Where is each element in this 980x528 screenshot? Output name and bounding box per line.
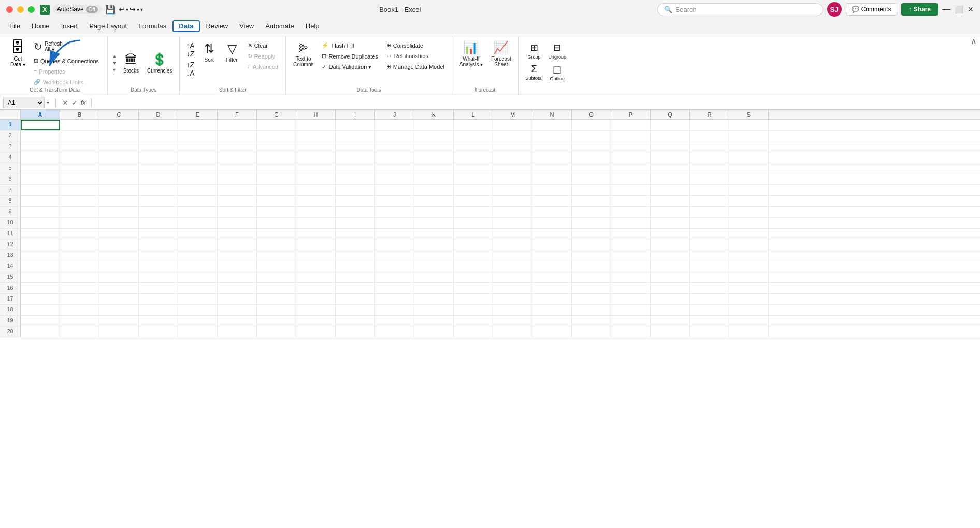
col-header-J[interactable]: J [375,110,414,119]
minimize-button[interactable] [17,6,24,13]
col-header-C[interactable]: C [99,110,139,119]
flash-fill-button[interactable]: ⚡ Flash Fill [319,40,381,50]
menu-insert[interactable]: Insert [56,20,83,32]
col-header-P[interactable]: P [611,110,651,119]
autosave-toggle-off[interactable]: Off [86,6,98,13]
menu-formulas[interactable]: Formulas [133,20,171,32]
menu-automate[interactable]: Automate [260,20,299,32]
save-button[interactable]: 💾 [105,5,116,15]
window-minimize-btn[interactable]: — [942,5,950,14]
text-to-columns-button[interactable]: ⫸ Text toColumns [290,38,316,69]
forecast-sheet-button[interactable]: 📈 ForecastSheet [488,38,514,69]
redo-button[interactable]: ↪ [129,5,136,13]
redo-dropdown[interactable]: ▾ [137,7,139,12]
remove-duplicates-button[interactable]: ⊟ Remove Duplicates [319,51,381,61]
cell-O1[interactable] [572,120,611,130]
reapply-button[interactable]: ↻ Reapply [244,51,281,61]
menu-help[interactable]: Help [300,20,325,32]
queries-connections-button[interactable]: ⊞ Queries & Connections [31,56,102,66]
menu-view[interactable]: View [234,20,259,32]
col-header-R[interactable]: R [690,110,729,119]
cell-D1[interactable] [139,120,178,130]
get-data-button[interactable]: 🗄 GetData ▾ [7,38,28,69]
share-button[interactable]: ↑ Share [901,3,938,16]
data-types-scroll-up[interactable]: ▲ [112,53,117,59]
menu-file[interactable]: File [4,20,25,32]
filter-button[interactable]: ▽ Filter [222,38,242,65]
cell-G1[interactable] [257,120,296,130]
relationships-button[interactable]: ↔ Relationships [383,51,448,61]
comments-button[interactable]: 💬 Comments [846,3,897,16]
consolidate-button[interactable]: ⊕ Consolidate [383,40,448,50]
col-header-H[interactable]: H [296,110,336,119]
col-header-I[interactable]: I [336,110,375,119]
stocks-button[interactable]: 🏛 Stocks [120,50,142,76]
sort-az-button[interactable]: ↑A↓Z [184,40,196,59]
autosave-toggle[interactable]: AutoSave Off [53,5,102,14]
formula-input[interactable] [97,98,977,107]
cell-R1[interactable] [690,120,729,130]
maximize-button[interactable] [28,6,35,13]
col-header-M[interactable]: M [493,110,532,119]
cell-C1[interactable] [99,120,139,130]
col-header-S[interactable]: S [729,110,769,119]
undo-dropdown[interactable]: ▾ [126,7,128,12]
properties-button[interactable]: ≡ Properties [31,67,102,76]
confirm-formula-icon[interactable]: ✓ [71,98,78,107]
undo-button[interactable]: ↩ [119,5,125,13]
group-button[interactable]: ⊞ Group [523,40,545,61]
col-header-B[interactable]: B [60,110,99,119]
cell-N1[interactable] [532,120,572,130]
window-restore-btn[interactable]: ⬜ [955,5,963,13]
menu-page-layout[interactable]: Page Layout [84,20,132,32]
cell-name-box[interactable]: A1 [3,97,45,108]
subtotal-button[interactable]: Σ Subtotal [523,62,545,83]
ungroup-button[interactable]: ⊟ Ungroup [546,40,568,61]
cell-K1[interactable] [414,120,454,130]
cell-P1[interactable] [611,120,651,130]
col-header-G[interactable]: G [257,110,296,119]
refresh-all-button[interactable]: ↻ Refresh All ▾ [31,38,102,55]
cell-F1[interactable] [218,120,257,130]
search-box[interactable]: 🔍 Search [657,3,823,16]
close-button[interactable] [6,6,13,13]
sort-za-button[interactable]: ↑Z↓A [184,60,196,78]
what-if-analysis-button[interactable]: 📊 What-IfAnalysis ▾ [456,38,486,69]
workbook-links-button[interactable]: 🔗 Workbook Links [31,77,102,87]
col-header-K[interactable]: K [414,110,454,119]
advanced-button[interactable]: ≡ Advanced [244,62,281,72]
cell-E1[interactable] [178,120,218,130]
cell-A2[interactable] [21,131,60,141]
menu-review[interactable]: Review [201,20,234,32]
data-validation-button[interactable]: ✓ Data Validation ▾ [319,62,381,72]
col-header-N[interactable]: N [532,110,572,119]
outline-button[interactable]: ◫ Outline [546,62,568,83]
menu-home[interactable]: Home [26,20,55,32]
cell-L1[interactable] [454,120,493,130]
data-types-scroll-down[interactable]: ▼ [112,60,117,66]
col-header-A[interactable]: A [21,110,60,119]
col-header-D[interactable]: D [139,110,178,119]
col-header-O[interactable]: O [572,110,611,119]
col-header-L[interactable]: L [454,110,493,119]
cell-ref-dropdown[interactable]: ▾ [47,99,49,105]
cell-Q1[interactable] [651,120,690,130]
clear-button[interactable]: ✕ Clear [244,40,281,50]
data-types-expand[interactable]: ▾ [112,67,117,73]
cell-S1[interactable] [729,120,769,130]
col-header-Q[interactable]: Q [651,110,690,119]
window-close-btn[interactable]: ✕ [968,5,974,13]
sort-button[interactable]: ⇅ Sort [199,38,220,65]
cell-I1[interactable] [336,120,375,130]
cell-H1[interactable] [296,120,336,130]
currencies-button[interactable]: 💲 Currencies [144,50,175,76]
profile-avatar[interactable]: SJ [827,2,842,17]
cell-B1[interactable] [60,120,99,130]
cell-M1[interactable] [493,120,532,130]
manage-model-button[interactable]: ⊞ Manage Data Model [383,62,448,72]
col-header-F[interactable]: F [218,110,257,119]
cell-A1[interactable] [21,120,60,130]
collapse-ribbon-button[interactable]: ∧ [971,36,977,46]
menu-data[interactable]: Data [172,20,199,32]
cancel-formula-icon[interactable]: ✕ [62,98,68,107]
